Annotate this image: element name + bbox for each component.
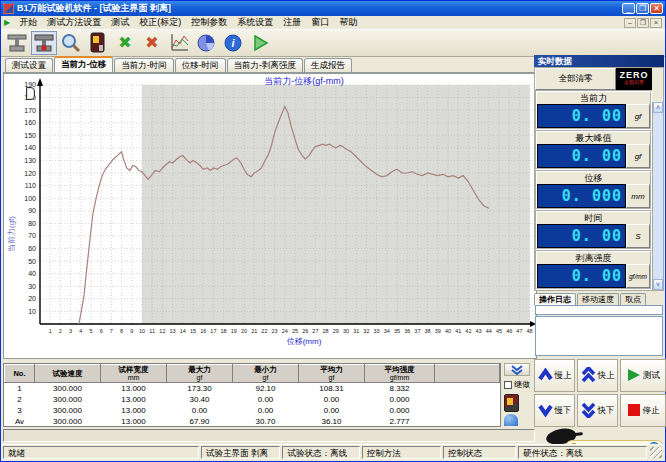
svg-text:11: 11 bbox=[149, 328, 155, 334]
svg-text:25: 25 bbox=[292, 328, 298, 334]
realtime-body: 全部清零 ZERO 全部归零 当前力0. 00gf最大峰值0. 00gf位移0.… bbox=[534, 67, 664, 291]
field-unit: gf/mm bbox=[626, 264, 650, 288]
control-button-测试[interactable]: 测试 bbox=[620, 359, 666, 392]
pie-chart-icon[interactable] bbox=[193, 31, 219, 55]
close-button[interactable]: ✕ bbox=[650, 3, 663, 14]
log-tab-2[interactable]: 取点 bbox=[620, 293, 646, 305]
svg-text:27: 27 bbox=[312, 328, 318, 334]
control-button-慢下[interactable]: 慢下 bbox=[534, 394, 575, 427]
zero-all-button[interactable]: 全部清零 bbox=[535, 68, 616, 90]
press-machine-icon[interactable] bbox=[4, 31, 30, 55]
play-icon[interactable] bbox=[247, 31, 273, 55]
table-cell: 0.00 bbox=[299, 405, 365, 416]
restore-button[interactable]: ❐ bbox=[636, 3, 649, 14]
tab-3[interactable]: 位移-时间 bbox=[175, 58, 226, 72]
realtime-scrollbar[interactable]: ˄ ˅ bbox=[652, 102, 663, 290]
log-input[interactable] bbox=[535, 305, 663, 315]
zero-badge-subtext: 全部归零 bbox=[616, 80, 652, 85]
field-display: 0. 00 bbox=[537, 144, 626, 168]
menu-item-4[interactable]: 控制参数 bbox=[186, 16, 232, 29]
scroll-down-icon[interactable]: ˅ bbox=[653, 279, 663, 290]
mdi-restore-button[interactable]: ❐ bbox=[637, 18, 649, 28]
field-label: 最大峰值 bbox=[537, 132, 650, 144]
info-icon[interactable]: i bbox=[220, 31, 246, 55]
svg-text:150: 150 bbox=[24, 132, 36, 139]
table-cell: Av bbox=[5, 416, 35, 427]
svg-text:32: 32 bbox=[363, 328, 369, 334]
scroll-up-icon[interactable]: ˄ bbox=[653, 102, 663, 113]
menu-item-0[interactable]: 开始 bbox=[14, 16, 42, 29]
svg-text:110: 110 bbox=[25, 182, 36, 189]
zoom-icon[interactable] bbox=[58, 31, 84, 55]
field-display: 0. 00 bbox=[537, 264, 626, 288]
svg-text:14: 14 bbox=[180, 328, 186, 334]
mdi-close-button[interactable]: × bbox=[650, 18, 662, 28]
results-table-area: No.试验速度试样宽度mm最大力gf最小力gf平均力gf平均强度gf/mm 13… bbox=[3, 363, 501, 427]
svg-text:20: 20 bbox=[241, 328, 247, 334]
double-up-arrow-icon bbox=[581, 367, 596, 385]
field-label: 剥离强度 bbox=[537, 252, 650, 264]
minimize-button[interactable]: _ bbox=[622, 3, 635, 14]
realtime-fields: 当前力0. 00gf最大峰值0. 00gf位移0. 000mm时间0. 00S剥… bbox=[535, 90, 652, 290]
resume-checkbox[interactable]: 继做 bbox=[504, 379, 536, 390]
table-row-0[interactable]: 1300.00013.000173.3092.10108.318.332 bbox=[5, 383, 500, 394]
svg-text:8: 8 bbox=[120, 328, 123, 334]
table-cell: 13.000 bbox=[101, 416, 167, 427]
control-button-快下[interactable]: 快下 bbox=[577, 394, 618, 427]
page-icon[interactable] bbox=[26, 87, 35, 100]
field-group-2: 位移0. 000mm bbox=[535, 170, 652, 210]
collapse-button[interactable] bbox=[504, 363, 530, 376]
checkbox-icon[interactable] bbox=[504, 381, 512, 389]
green-x-icon[interactable]: ✖ bbox=[112, 31, 138, 55]
tab-4[interactable]: 当前力-剥离强度 bbox=[227, 58, 303, 72]
left-column: 测试设置当前力-位移当前力-时间位移-时间当前力-剥离强度生成报告 123456… bbox=[3, 57, 537, 443]
curve-chart-icon[interactable] bbox=[166, 31, 192, 55]
menu-item-3[interactable]: 校正(标定) bbox=[134, 16, 186, 29]
mdi-minimize-button[interactable]: – bbox=[624, 18, 636, 28]
table-cell: 67.90 bbox=[167, 416, 233, 427]
table-cell: 36.10 bbox=[299, 416, 365, 427]
tab-2[interactable]: 当前力-时间 bbox=[114, 58, 173, 72]
tab-5[interactable]: 生成报告 bbox=[304, 58, 352, 72]
log-area[interactable] bbox=[535, 316, 663, 356]
svg-text:47: 47 bbox=[516, 328, 522, 334]
table-cell: 92.10 bbox=[233, 383, 299, 394]
resize-grip[interactable] bbox=[650, 447, 662, 458]
control-button-慢上[interactable]: 慢上 bbox=[534, 359, 575, 392]
tab-1[interactable]: 当前力-位移 bbox=[54, 56, 113, 72]
table-cell: 1 bbox=[5, 383, 35, 394]
table-cell: 13.000 bbox=[101, 394, 167, 405]
table-cell: 300.000 bbox=[35, 394, 101, 405]
round-blue-icon[interactable] bbox=[504, 414, 518, 426]
table-row-2[interactable]: 3300.00013.0000.000.000.000.000 bbox=[5, 405, 500, 416]
field-display: 0. 00 bbox=[537, 224, 626, 248]
menu-item-5[interactable]: 系统设置 bbox=[232, 16, 278, 29]
realtime-header: 实时数据 bbox=[534, 55, 664, 67]
menu-item-1[interactable]: 测试方法设置 bbox=[42, 16, 106, 29]
zero-badge[interactable]: ZERO 全部归零 bbox=[616, 68, 652, 90]
menu-item-2[interactable]: 测试 bbox=[106, 16, 134, 29]
log-tab-1[interactable]: 移动速度 bbox=[577, 293, 619, 305]
press-machine-active-icon[interactable] bbox=[31, 31, 57, 55]
tab-0[interactable]: 测试设置 bbox=[5, 58, 53, 72]
svg-text:33: 33 bbox=[374, 328, 380, 334]
control-button-停止[interactable]: 停止 bbox=[620, 394, 666, 427]
svg-text:130: 130 bbox=[24, 157, 36, 164]
log-tab-0[interactable]: 操作日志 bbox=[534, 293, 576, 305]
memory-card-icon[interactable] bbox=[85, 31, 111, 55]
menu-item-8[interactable]: 帮助 bbox=[334, 16, 362, 29]
field-label: 时间 bbox=[537, 212, 650, 224]
table-cell: 13.000 bbox=[101, 405, 167, 416]
red-x-icon[interactable]: ✖ bbox=[139, 31, 165, 55]
memory-card-icon-small[interactable] bbox=[504, 394, 519, 412]
menu-item-6[interactable]: 注册 bbox=[278, 16, 306, 29]
svg-text:140: 140 bbox=[24, 144, 36, 151]
menu-item-7[interactable]: 窗口 bbox=[306, 16, 334, 29]
field-label: 位移 bbox=[537, 172, 650, 184]
table-row-1[interactable]: 2300.00013.00030.400.000.000.000 bbox=[5, 394, 500, 405]
control-button-快上[interactable]: 快上 bbox=[577, 359, 618, 392]
table-header-filler bbox=[435, 365, 500, 383]
svg-text:23: 23 bbox=[272, 328, 278, 334]
table-row-3[interactable]: Av300.00013.00067.9030.7036.102.777 bbox=[5, 416, 500, 427]
svg-text:30: 30 bbox=[343, 328, 349, 334]
